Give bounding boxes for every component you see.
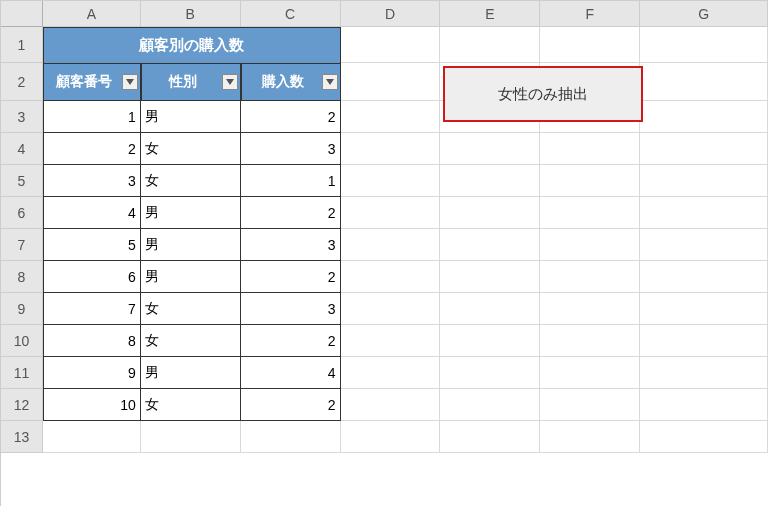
data-qty[interactable]: 2 [241, 197, 341, 229]
cell-D7[interactable] [341, 229, 441, 261]
cell-G3[interactable] [640, 101, 768, 133]
data-qty[interactable]: 2 [241, 261, 341, 293]
cell-G10[interactable] [640, 325, 768, 357]
cell-G7[interactable] [640, 229, 768, 261]
row-header-4[interactable]: 4 [1, 133, 43, 165]
select-all-corner[interactable] [1, 1, 43, 27]
row-header-3[interactable]: 3 [1, 101, 43, 133]
data-gender[interactable]: 女 [141, 133, 241, 165]
data-id[interactable]: 9 [43, 357, 141, 389]
row-header-9[interactable]: 9 [1, 293, 43, 325]
cell-G6[interactable] [640, 197, 768, 229]
filter-dropdown-icon[interactable] [322, 74, 338, 90]
data-qty[interactable]: 3 [241, 229, 341, 261]
cell-G13[interactable] [640, 421, 768, 453]
data-qty[interactable]: 3 [241, 133, 341, 165]
data-id[interactable]: 8 [43, 325, 141, 357]
data-gender[interactable]: 女 [141, 389, 241, 421]
cell-F7[interactable] [540, 229, 640, 261]
cell-D12[interactable] [341, 389, 441, 421]
cell-G11[interactable] [640, 357, 768, 389]
cell-G1[interactable] [640, 27, 768, 63]
row-header-12[interactable]: 12 [1, 389, 43, 421]
cell-F4[interactable] [540, 133, 640, 165]
cell-G12[interactable] [640, 389, 768, 421]
table-header-3[interactable]: 購入数 [241, 63, 341, 101]
cell-G5[interactable] [640, 165, 768, 197]
row-header-6[interactable]: 6 [1, 197, 43, 229]
cell-E9[interactable] [440, 293, 540, 325]
cell-D11[interactable] [341, 357, 441, 389]
row-header-13[interactable]: 13 [1, 421, 43, 453]
col-header-A[interactable]: A [43, 1, 141, 27]
cell-E5[interactable] [440, 165, 540, 197]
cell-A13[interactable] [43, 421, 141, 453]
cell-G2[interactable] [640, 63, 768, 101]
col-header-G[interactable]: G [640, 1, 768, 27]
data-qty[interactable]: 2 [241, 101, 341, 133]
cell-F11[interactable] [540, 357, 640, 389]
cell-E8[interactable] [440, 261, 540, 293]
data-qty[interactable]: 3 [241, 293, 341, 325]
col-header-B[interactable]: B [141, 1, 241, 27]
row-header-2[interactable]: 2 [1, 63, 43, 101]
cell-E10[interactable] [440, 325, 540, 357]
data-qty[interactable]: 1 [241, 165, 341, 197]
cell-D13[interactable] [341, 421, 441, 453]
cell-D2[interactable] [341, 63, 441, 101]
data-gender[interactable]: 女 [141, 325, 241, 357]
cell-F5[interactable] [540, 165, 640, 197]
data-gender[interactable]: 女 [141, 293, 241, 325]
data-gender[interactable]: 男 [141, 357, 241, 389]
cell-B13[interactable] [141, 421, 241, 453]
data-qty[interactable]: 2 [241, 325, 341, 357]
cell-C13[interactable] [241, 421, 341, 453]
data-qty[interactable]: 4 [241, 357, 341, 389]
cell-G8[interactable] [640, 261, 768, 293]
cell-E11[interactable] [440, 357, 540, 389]
table-header-2[interactable]: 性別 [141, 63, 241, 101]
cell-F8[interactable] [540, 261, 640, 293]
row-header-7[interactable]: 7 [1, 229, 43, 261]
cell-F10[interactable] [540, 325, 640, 357]
data-gender[interactable]: 男 [141, 261, 241, 293]
cell-D9[interactable] [341, 293, 441, 325]
row-header-1[interactable]: 1 [1, 27, 43, 63]
data-id[interactable]: 1 [43, 101, 141, 133]
cell-F12[interactable] [540, 389, 640, 421]
filter-dropdown-icon[interactable] [122, 74, 138, 90]
row-header-8[interactable]: 8 [1, 261, 43, 293]
col-header-F[interactable]: F [540, 1, 640, 27]
filter-female-button[interactable]: 女性のみ抽出 [443, 66, 643, 122]
col-header-D[interactable]: D [341, 1, 441, 27]
data-id[interactable]: 3 [43, 165, 141, 197]
data-gender[interactable]: 男 [141, 229, 241, 261]
data-id[interactable]: 7 [43, 293, 141, 325]
cell-F9[interactable] [540, 293, 640, 325]
cell-G9[interactable] [640, 293, 768, 325]
cell-E7[interactable] [440, 229, 540, 261]
col-header-E[interactable]: E [440, 1, 540, 27]
cell-E4[interactable] [440, 133, 540, 165]
cell-F13[interactable] [540, 421, 640, 453]
cell-D6[interactable] [341, 197, 441, 229]
cell-E12[interactable] [440, 389, 540, 421]
cell-D10[interactable] [341, 325, 441, 357]
data-gender[interactable]: 男 [141, 101, 241, 133]
table-header-1[interactable]: 顧客番号 [43, 63, 141, 101]
cell-D5[interactable] [341, 165, 441, 197]
cell-D3[interactable] [341, 101, 441, 133]
cell-D4[interactable] [341, 133, 441, 165]
data-gender[interactable]: 男 [141, 197, 241, 229]
data-qty[interactable]: 2 [241, 389, 341, 421]
cell-D8[interactable] [341, 261, 441, 293]
data-id[interactable]: 5 [43, 229, 141, 261]
cell-F6[interactable] [540, 197, 640, 229]
col-header-C[interactable]: C [241, 1, 341, 27]
row-header-5[interactable]: 5 [1, 165, 43, 197]
cell-D1[interactable] [341, 27, 441, 63]
cell-E6[interactable] [440, 197, 540, 229]
data-id[interactable]: 4 [43, 197, 141, 229]
data-gender[interactable]: 女 [141, 165, 241, 197]
cell-G4[interactable] [640, 133, 768, 165]
